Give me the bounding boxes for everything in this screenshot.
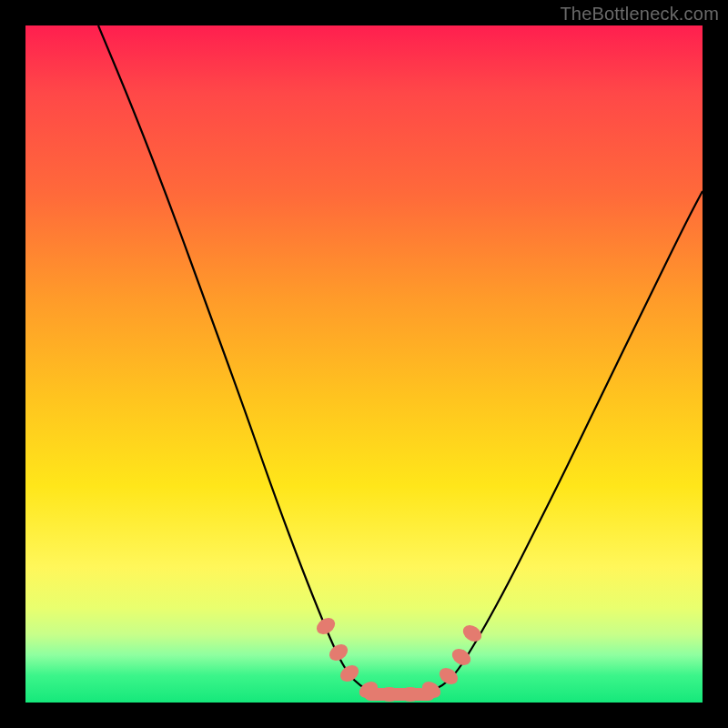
chart-frame: TheBottleneck.com	[0, 0, 728, 728]
curve-marker	[436, 664, 460, 688]
curve-marker	[313, 614, 338, 638]
curve-marker	[460, 622, 484, 645]
curve-marker	[364, 688, 435, 701]
plot-area	[25, 25, 703, 703]
watermark-text: TheBottleneck.com	[560, 4, 719, 25]
curve-marker	[337, 662, 361, 685]
curve-svg	[25, 25, 703, 703]
bottleneck-curve	[98, 25, 703, 695]
curve-markers	[313, 614, 484, 702]
curve-marker	[326, 641, 350, 664]
